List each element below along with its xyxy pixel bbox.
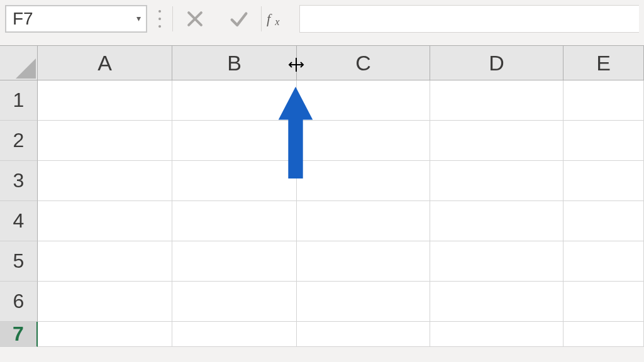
fx-icon: f x <box>267 9 294 28</box>
cell[interactable] <box>430 241 564 282</box>
row: 7 <box>0 322 644 347</box>
cell[interactable] <box>172 241 297 282</box>
cell[interactable] <box>297 161 430 201</box>
cell[interactable] <box>564 241 644 282</box>
cell[interactable] <box>172 121 297 161</box>
svg-text:f: f <box>267 11 272 26</box>
cell[interactable] <box>297 241 430 282</box>
row: 5 <box>0 241 644 282</box>
column-header-a[interactable]: A <box>38 46 172 80</box>
check-icon <box>228 8 250 30</box>
cell[interactable] <box>297 282 430 322</box>
row: 3 <box>0 161 644 201</box>
cell[interactable] <box>172 282 297 322</box>
cell[interactable] <box>564 80 644 121</box>
cell[interactable] <box>297 322 430 347</box>
cell[interactable] <box>564 282 644 322</box>
row: 2 <box>0 121 644 161</box>
select-all-triangle[interactable] <box>0 46 38 80</box>
name-box[interactable]: F7 ▾ <box>5 5 147 33</box>
cell[interactable] <box>564 322 644 347</box>
row-header-5[interactable]: 5 <box>0 241 38 282</box>
column-header-c[interactable]: C <box>297 46 430 80</box>
row-header-2[interactable]: 2 <box>0 121 38 161</box>
cell[interactable] <box>430 80 564 121</box>
cancel-button[interactable] <box>173 5 217 33</box>
cell[interactable] <box>430 161 564 201</box>
formula-input[interactable] <box>299 5 639 33</box>
cell[interactable] <box>172 322 297 347</box>
row: 1 <box>0 80 644 121</box>
cell[interactable] <box>564 121 644 161</box>
name-box-resize-grip[interactable] <box>147 5 172 33</box>
svg-text:x: x <box>274 16 280 27</box>
cell[interactable] <box>38 161 172 201</box>
cell[interactable] <box>297 201 430 241</box>
cell[interactable] <box>172 161 297 201</box>
cell[interactable] <box>297 80 430 121</box>
cell[interactable] <box>297 121 430 161</box>
column-header-b[interactable]: B <box>172 46 297 80</box>
insert-function-button[interactable]: f x <box>262 5 299 33</box>
cell[interactable] <box>172 201 297 241</box>
cell[interactable] <box>38 201 172 241</box>
name-box-value: F7 <box>6 9 33 29</box>
row-header-7[interactable]: 7 <box>0 322 38 347</box>
formula-bar: F7 ▾ f x <box>0 0 644 45</box>
cell[interactable] <box>564 201 644 241</box>
cell[interactable] <box>38 121 172 161</box>
column-headers: A B C D E <box>0 45 644 80</box>
cell[interactable] <box>430 201 564 241</box>
dropdown-caret-icon[interactable]: ▾ <box>136 13 141 23</box>
cell[interactable] <box>564 161 644 201</box>
enter-button[interactable] <box>217 5 261 33</box>
row-header-1[interactable]: 1 <box>0 80 38 121</box>
cell[interactable] <box>38 322 172 347</box>
cell[interactable] <box>38 282 172 322</box>
row-header-3[interactable]: 3 <box>0 161 38 201</box>
column-header-d[interactable]: D <box>430 46 564 80</box>
cell[interactable] <box>38 80 172 121</box>
row: 6 <box>0 282 644 322</box>
row-header-6[interactable]: 6 <box>0 282 38 322</box>
cancel-icon <box>184 8 206 30</box>
cell[interactable] <box>430 121 564 161</box>
cell[interactable] <box>430 322 564 347</box>
cell[interactable] <box>172 80 297 121</box>
row-header-4[interactable]: 4 <box>0 201 38 241</box>
column-header-e[interactable]: E <box>564 46 644 80</box>
cell[interactable] <box>430 282 564 322</box>
cell[interactable] <box>38 241 172 282</box>
cell-grid: 1 2 3 4 5 6 <box>0 80 644 347</box>
row: 4 <box>0 201 644 241</box>
